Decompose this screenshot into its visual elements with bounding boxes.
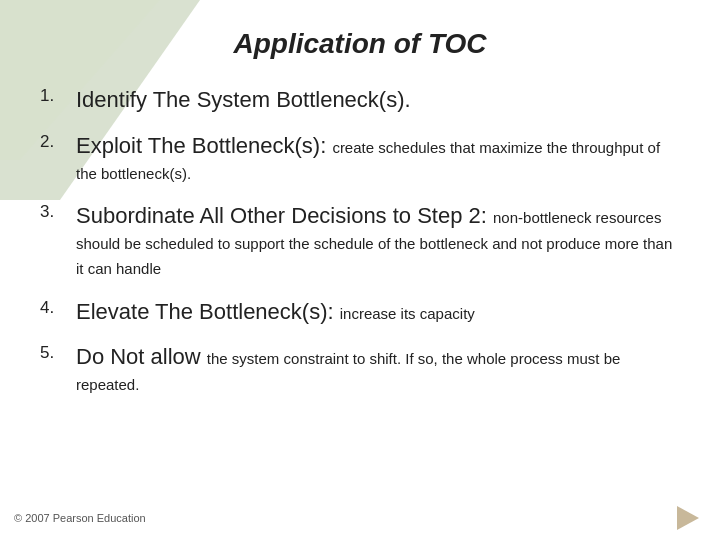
item-text-large-3: Subordinate All Other Decisions to Step … (76, 203, 493, 228)
list-item: 2. Exploit The Bottleneck(s): create sch… (40, 130, 680, 187)
item-number-5: 5. (40, 341, 76, 366)
item-number-2: 2. (40, 130, 76, 155)
item-text-large-1: Identify The System Bottleneck(s). (76, 87, 411, 112)
item-text-large-4: Elevate The Bottleneck(s): (76, 299, 340, 324)
item-text-2: Exploit The Bottleneck(s): create schedu… (76, 130, 680, 187)
list-item: 5. Do Not allow the system constraint to… (40, 341, 680, 398)
item-number-4: 4. (40, 296, 76, 321)
item-text-large-2: Exploit The Bottleneck(s): (76, 133, 332, 158)
main-list: 1. Identify The System Bottleneck(s). 2.… (40, 84, 680, 398)
item-text-small-4: increase its capacity (340, 305, 475, 322)
list-item: 1. Identify The System Bottleneck(s). (40, 84, 680, 116)
item-text-1: Identify The System Bottleneck(s). (76, 84, 680, 116)
item-text-3: Subordinate All Other Decisions to Step … (76, 200, 680, 281)
list-item: 4. Elevate The Bottleneck(s): increase i… (40, 296, 680, 328)
item-text-large-5: Do Not allow (76, 344, 207, 369)
item-number-3: 3. (40, 200, 76, 225)
page-title: Application of TOC (40, 18, 680, 60)
item-text-4: Elevate The Bottleneck(s): increase its … (76, 296, 680, 328)
item-text-5: Do Not allow the system constraint to sh… (76, 341, 680, 398)
item-number-1: 1. (40, 84, 76, 109)
list-item: 3. Subordinate All Other Decisions to St… (40, 200, 680, 281)
